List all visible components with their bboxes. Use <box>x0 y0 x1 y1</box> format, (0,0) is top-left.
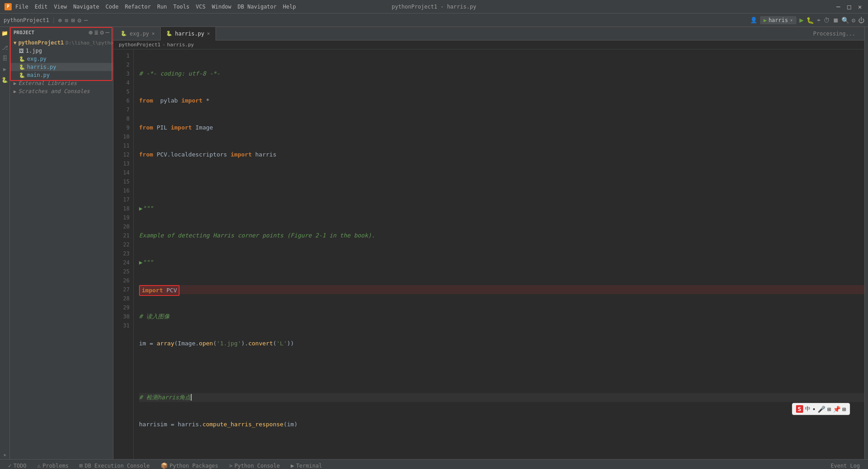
menu-view[interactable]: View <box>54 4 67 10</box>
debug-button[interactable]: 🐛 <box>806 17 814 24</box>
maximize-button[interactable]: □ <box>846 3 853 10</box>
tree-item-main[interactable]: 🐍 main.py <box>10 71 113 79</box>
settings-icon[interactable]: ⚙ <box>852 17 855 24</box>
tab-harris-close[interactable]: ✕ <box>207 31 210 36</box>
tab-exg[interactable]: 🐍 exg.py ✕ <box>115 27 161 40</box>
bottom-tab-todo[interactable]: ✓ TODO <box>4 460 31 469</box>
bottom-tab-problems-label: Problems <box>43 463 69 469</box>
todo-icon: ✓ <box>8 462 12 469</box>
tree-item-harris[interactable]: 🐍 harris.py <box>10 63 113 71</box>
menu-help[interactable]: Help <box>283 4 296 10</box>
power-icon[interactable]: ⏻ <box>858 17 864 24</box>
tree-item-jpg[interactable]: 🖼 1.jpg <box>10 47 113 55</box>
bottom-tab-problems[interactable]: ⚠ Problems <box>33 460 73 469</box>
sidebar-icon-settings[interactable]: ⚙ <box>100 29 103 36</box>
tree-item-scratches[interactable]: ▶ Scratches and Consoles <box>10 87 113 95</box>
line-num-6: 6 <box>113 96 130 105</box>
event-log-tab[interactable]: Event Log <box>826 460 864 469</box>
menu-navigate[interactable]: Navigate <box>73 4 99 10</box>
run-config[interactable]: ▶ harris ▾ <box>760 16 797 24</box>
ime-grid-icon[interactable]: ⊞ <box>842 406 846 413</box>
ime-pin-icon[interactable]: 📌 <box>833 406 841 413</box>
tree-file-main-icon: 🐍 <box>19 72 25 78</box>
main-toolbar: pythonProject1 | ⊕ ≡ ⊞ ⚙ ─ 👤 ▶ harris ▾ … <box>0 13 868 27</box>
bottom-tabs: ✓ TODO ⚠ Problems ⊞ DB Execution Console… <box>0 459 868 469</box>
close-button[interactable]: ✕ <box>856 3 864 10</box>
minimize-button[interactable]: ─ <box>835 3 842 10</box>
app-icon: P <box>4 3 12 10</box>
activity-vcs-icon[interactable]: ⎇ <box>0 43 9 52</box>
bottom-tab-terminal[interactable]: ▶ Terminal <box>286 460 327 469</box>
search-icon[interactable]: 🔍 <box>841 17 849 24</box>
code-line-9: import PCV <box>139 285 864 294</box>
menu-refactor[interactable]: Refactor <box>125 4 151 10</box>
menu-run[interactable]: Run <box>157 4 167 10</box>
breadcrumb-file: harris.py <box>167 42 194 48</box>
tree-item-external[interactable]: ▶ External Libraries <box>10 79 113 87</box>
ime-cn: 中 <box>805 405 810 413</box>
activity-run-icon[interactable]: ▶ <box>0 65 9 74</box>
activity-project-icon[interactable]: 📁 <box>0 29 9 38</box>
bottom-tab-terminal-label: Terminal <box>296 463 322 469</box>
coverage-button[interactable]: ☂ <box>817 17 820 24</box>
toolbar-settings-icon[interactable]: ⚙ <box>77 17 81 24</box>
tab-harris-label: harris.py <box>175 31 204 37</box>
toolbar-navigate-icon[interactable]: ⊕ <box>58 17 62 24</box>
menu-vcs[interactable]: VCS <box>196 4 206 10</box>
event-log-label: Event Log <box>831 463 860 469</box>
line-numbers: 1 2 3 4 5 6 7 8 9 10 11 12 13 14 15 16 1… <box>113 49 134 459</box>
code-editor[interactable]: 1 2 3 4 5 6 7 8 9 10 11 12 13 14 15 16 1… <box>113 49 864 459</box>
menu-code[interactable]: Code <box>106 4 119 10</box>
ime-toolbar: S 中 • 🎤 ⊞ 📌 ⊞ <box>792 403 850 415</box>
window-controls: ─ □ ✕ <box>835 3 864 10</box>
activity-todo-icon[interactable]: ★ <box>0 450 9 459</box>
line-num-22: 22 <box>113 240 130 249</box>
stop-button[interactable]: ⏹ <box>832 17 839 24</box>
ime-dot: • <box>812 406 816 413</box>
sidebar-tree: ▼ pythonProject1 D:\lihao_l\pythonProjec… <box>10 38 113 459</box>
toolbar-collapse-icon[interactable]: ≡ <box>64 17 68 24</box>
run-config-dropdown[interactable]: ▾ <box>790 17 793 23</box>
line-num-30: 30 <box>113 312 130 321</box>
bottom-tab-dbconsole-label: DB Execution Console <box>85 463 150 469</box>
code-content[interactable]: # -*- coding: utf-8 -*- from pylab impor… <box>134 49 864 459</box>
code-line-1: # -*- coding: utf-8 -*- <box>139 69 864 78</box>
bottom-tab-python-packages[interactable]: 📦 Python Packages <box>156 460 223 469</box>
menu-file[interactable]: File <box>15 4 28 10</box>
bottom-tab-dbconsole[interactable]: ⊞ DB Execution Console <box>75 460 154 469</box>
bottom-tab-python-console[interactable]: > Python Console <box>225 460 284 469</box>
line-num-21: 21 <box>113 231 130 240</box>
activity-python-icon[interactable]: 🐍 <box>0 76 9 85</box>
toolbar-minimize-icon[interactable]: ─ <box>84 17 88 24</box>
sidebar-icon-expand[interactable]: ⊕ <box>89 29 92 36</box>
right-scrollbar[interactable] <box>864 27 868 459</box>
ime-table-icon[interactable]: ⊞ <box>827 406 831 413</box>
line-num-7: 7 <box>113 105 130 114</box>
tree-item-exg[interactable]: 🐍 exg.py <box>10 55 113 63</box>
menu-window[interactable]: Window <box>212 4 231 10</box>
ime-mic-icon[interactable]: 🎤 <box>818 406 825 413</box>
tree-label-root: pythonProject1 <box>18 40 64 46</box>
profile-button[interactable]: ⏱ <box>823 17 830 24</box>
line-num-27: 27 <box>113 285 130 294</box>
menu-edit[interactable]: Edit <box>35 4 48 10</box>
sidebar-icon-collapse[interactable]: ≡ <box>94 29 98 36</box>
tab-harris[interactable]: 🐍 harris.py ✕ <box>161 27 216 40</box>
sidebar-icon-minimize[interactable]: ─ <box>106 29 109 36</box>
user-icon[interactable]: 👤 <box>750 17 757 23</box>
menu-dbnavigator[interactable]: DB Navigator <box>238 4 277 10</box>
window-title: pythonProject1 - harris.py <box>392 4 477 10</box>
main-layout: 📁 ⎇ 🗄 ▶ 🐍 ★ Project ⊕ ≡ ⚙ ─ ▼ pythonProj… <box>0 27 868 459</box>
code-line-14: harrisim = harris.compute_harris_respons… <box>139 420 864 429</box>
line-num-8: 8 <box>113 114 130 123</box>
tab-exg-close[interactable]: ✕ <box>152 31 155 36</box>
sidebar: Project ⊕ ≡ ⚙ ─ ▼ pythonProject1 D:\liha… <box>10 27 113 459</box>
toolbar-expand-icon[interactable]: ⊞ <box>71 17 75 24</box>
activity-database-icon[interactable]: 🗄 <box>0 54 9 63</box>
tree-item-root[interactable]: ▼ pythonProject1 D:\lihao_l\pythonProjec… <box>10 39 113 47</box>
run-button[interactable]: ▶ <box>799 16 804 24</box>
line-num-25: 25 <box>113 267 130 276</box>
code-line-6: ▶""" <box>139 204 864 213</box>
menu-tools[interactable]: Tools <box>173 4 189 10</box>
toolbar-right: 👤 ▶ harris ▾ ▶ 🐛 ☂ ⏱ ⏹ 🔍 ⚙ ⏻ <box>750 16 864 24</box>
